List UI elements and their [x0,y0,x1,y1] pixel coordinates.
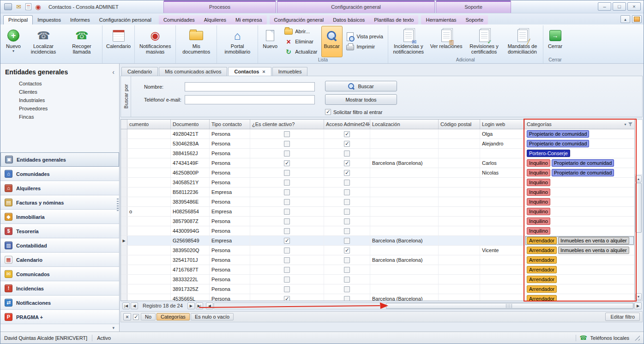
ribbon-tab[interactable]: Datos básicos [328,15,369,24]
sidebar-nav-item[interactable]: ⌂ Comunidades [0,167,119,181]
sidebar-nav-item[interactable]: ⇄ Notificaciones [0,296,119,310]
acceso-checkbox[interactable] [344,247,350,253]
cliente-activo-checkbox[interactable] [284,189,290,195]
scroll-right-button[interactable]: ▶ [634,302,642,309]
horizontal-scrollbar[interactable]: ◀ ▶ [206,302,642,309]
table-row[interactable]: ▶ G25698549 Empresa Barcelona (Barcelona… [121,236,634,246]
sidebar-collapse-icon[interactable]: ‹ [112,68,114,76]
localizar-incidencias-button[interactable]: Localizar incidencias [24,26,62,57]
cerrar-button[interactable]: Cerrar [545,26,566,57]
buscar-button[interactable]: Buscar [321,26,343,57]
acceso-checkbox[interactable] [344,296,350,301]
column-header-tipo-contacto[interactable]: Tipo contacto [210,120,250,129]
ribbon-tab[interactable]: Plantillas de texto [369,15,418,24]
table-row[interactable]: ▶ 38395020Q Persona Vicente ArrendadorIn… [121,246,634,255]
sidebar-nav-item[interactable]: ✉ Comunicados [0,267,119,281]
ribbon-tab[interactable]: Mi empresa [231,15,266,24]
table-row[interactable]: ▶ 49280421T Persona Olga Propietario de … [121,129,634,139]
table-row[interactable]: ▶ 44300994G Persona Inquilino [121,226,634,236]
table-row[interactable]: ▶ o H08256854 Empresa Inquilino [121,207,634,217]
cliente-activo-checkbox[interactable] [284,238,290,244]
nombre-input[interactable] [185,82,315,91]
note-icon[interactable] [25,3,31,10]
maximize-button[interactable]: □ [613,2,626,11]
sidebar-link[interactable]: Clientes [0,88,119,96]
telefono-email-input[interactable] [185,95,315,104]
table-row[interactable]: ▶ 38579087Z Persona Inquilino [121,217,634,226]
cliente-activo-checkbox[interactable] [284,296,290,301]
calendario-button[interactable]: Calendario [104,26,133,57]
notificaciones-masivas-button[interactable]: Notificaciones masivas [136,26,174,57]
cliente-activo-checkbox[interactable] [284,180,290,186]
tab-close-icon[interactable]: × [262,69,265,74]
ribbon-tab[interactable]: Soporte [461,15,488,24]
sidebar-nav-item[interactable]: ! Incidencias [0,281,119,296]
ribbon-tab[interactable]: Configuración personal [95,15,156,24]
table-row[interactable]: ▶ 38841562J Persona Portero-Conserje [121,149,634,158]
table-row[interactable]: ▶ 38917325Z Persona Arrendador [121,284,634,294]
document-tab[interactable]: Mis comunicados activos × [159,67,227,76]
close-button[interactable]: × [627,2,641,11]
mail-icon[interactable] [15,3,23,10]
mostrar-todos-button[interactable]: Mostrar todos [325,94,397,105]
vertical-scrollbar[interactable]: ▲ ▼ [635,119,643,301]
cliente-activo-checkbox[interactable] [284,170,290,176]
ribbon-tab[interactable]: Informes [66,15,95,24]
scroll-left-button[interactable]: ◀ [206,302,213,309]
filter-chip[interactable]: Es nulo o vacío [191,313,234,320]
acceso-checkbox[interactable] [344,180,350,186]
last-record-button[interactable]: ▶| [196,302,203,309]
cliente-activo-checkbox[interactable] [284,131,290,137]
document-tab[interactable]: Inmuebles × [272,67,308,76]
table-row[interactable]: ▶ 47167687T Persona Arrendador [121,265,634,275]
cliente-activo-checkbox[interactable] [284,160,290,166]
table-row[interactable]: ▶ 53046283A Persona Alejandro Propietari… [121,139,634,149]
ribbon-tab[interactable]: Configuración general [270,15,329,24]
remove-filter-button[interactable]: × [123,313,131,320]
horizontal-scroll-thumb[interactable] [386,303,633,309]
column-header-localizacion[interactable]: Localización [370,120,439,129]
cliente-activo-checkbox[interactable] [284,267,290,273]
nuevo-registro-button[interactable]: Nuevo [259,26,281,57]
table-row[interactable]: ▶ 4535665L Persona Barcelona (Barcelona)… [121,294,634,301]
buscar-panel-button[interactable]: Buscar [325,81,397,91]
solicitar-filtro-checkbox[interactable] [325,109,331,115]
column-header-login-web[interactable]: Login web [480,120,525,129]
acceso-checkbox[interactable] [344,141,350,147]
edit-filter-button[interactable]: Editar filtro [605,313,640,321]
cliente-activo-checkbox[interactable] [284,286,290,292]
resize-grip[interactable] [634,335,640,341]
table-row[interactable]: ▶ 47434149F Persona Barcelona (Barcelona… [121,158,634,168]
cliente-activo-checkbox[interactable] [284,257,290,263]
cliente-activo-checkbox[interactable] [284,199,290,205]
table-row[interactable]: ▶ B58112236 Empresa Inquilino [121,187,634,197]
abrir-button[interactable]: Abrir... [283,27,319,36]
document-tab[interactable]: Contactos × [228,67,271,76]
sidebar-splitter[interactable] [117,199,119,211]
sidebar-nav-item[interactable]: ▣ Entidades generales [0,152,119,167]
filter-chip[interactable]: Categorías [156,313,190,320]
sidebar-nav-item[interactable]: P PRAGMA + [0,310,119,324]
local-phones-label[interactable]: Teléfonos locales [590,335,629,341]
column-header-es-cliente-activo[interactable]: ¿Es cliente activo? [250,120,324,129]
column-header-acceso-adminet24h[interactable]: Acceso Adminet24H [324,120,370,129]
acceso-checkbox[interactable] [344,160,350,166]
acceso-checkbox[interactable] [344,218,350,224]
portal-inmobiliario-button[interactable]: Portal inmobiliario [218,26,256,57]
column-dropdown-icon[interactable]: ▼ [624,123,627,126]
sidebar-link[interactable]: Contactos [0,79,119,88]
cliente-activo-checkbox[interactable] [284,218,290,224]
sidebar-nav-item[interactable]: ▥ Contabilidad [0,238,119,253]
sidebar-link[interactable]: Fincas [0,113,119,121]
actualizar-button[interactable]: Actualizar [283,48,319,56]
acceso-checkbox[interactable] [344,257,350,263]
cliente-activo-checkbox[interactable] [284,228,290,234]
filter-enabled-checkbox[interactable] [133,314,139,320]
acceso-checkbox[interactable] [344,131,350,137]
sidebar-nav-item[interactable]: ◆ Inmobiliaria [0,210,119,224]
sidebar-nav-item[interactable]: $ Tesorería [0,224,119,238]
scroll-down-button[interactable]: ▼ [635,293,642,300]
acceso-checkbox[interactable] [344,277,350,283]
column-header-codigo-postal[interactable]: Código postal [439,120,480,129]
next-record-button[interactable]: ▶ [187,302,195,309]
